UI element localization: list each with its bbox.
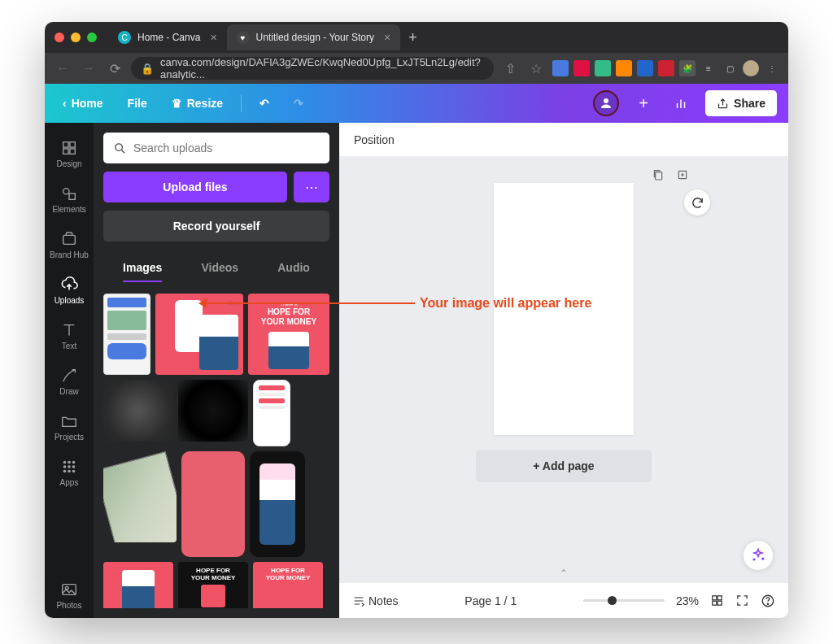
tab-images[interactable]: Images bbox=[123, 255, 162, 281]
upload-files-button[interactable]: Upload files bbox=[103, 172, 287, 202]
traffic-lights bbox=[55, 33, 97, 42]
svg-rect-5 bbox=[70, 142, 75, 147]
zoom-value[interactable]: 23% bbox=[676, 594, 699, 607]
rail-projects[interactable]: Projects bbox=[45, 404, 94, 450]
zoom-slider[interactable] bbox=[583, 599, 665, 602]
thumbnail-menu-icon[interactable]: ⋯ bbox=[229, 297, 240, 310]
upload-options-button[interactable]: ⋯ bbox=[294, 172, 329, 202]
rail-text[interactable]: Text bbox=[45, 313, 94, 359]
tab-title: Home - Canva bbox=[137, 32, 200, 43]
upload-thumbnail[interactable] bbox=[253, 380, 290, 446]
back-icon[interactable]: ← bbox=[53, 59, 72, 78]
upload-thumbnail[interactable] bbox=[103, 562, 173, 608]
upload-thumbnail[interactable] bbox=[103, 451, 177, 542]
tab-untitled-design[interactable]: ♥ Untitled design - Your Story × bbox=[227, 24, 401, 50]
extension-icon[interactable] bbox=[658, 60, 674, 76]
crown-icon: ♛ bbox=[172, 97, 182, 110]
collaborator-avatar[interactable] bbox=[593, 90, 619, 116]
lock-icon: 🔒 bbox=[141, 63, 154, 75]
search-input[interactable] bbox=[133, 141, 320, 154]
extension-icon[interactable] bbox=[595, 60, 611, 76]
add-collaborator-icon[interactable]: + bbox=[630, 90, 656, 116]
home-button[interactable]: ‹ Home bbox=[56, 92, 110, 115]
regenerate-icon[interactable] bbox=[684, 189, 710, 215]
help-icon[interactable] bbox=[761, 594, 775, 608]
rail-uploads[interactable]: Uploads bbox=[45, 268, 94, 313]
chevron-left-icon: ‹ bbox=[63, 97, 67, 110]
analytics-icon[interactable] bbox=[668, 90, 694, 116]
canva-body: Design Elements Brand Hub Uploads Text bbox=[45, 123, 788, 618]
extension-icon[interactable] bbox=[574, 60, 590, 76]
rail-label: Design bbox=[56, 159, 81, 168]
upload-thumbnail[interactable] bbox=[103, 380, 173, 442]
share-button[interactable]: Share bbox=[705, 90, 777, 116]
svg-point-15 bbox=[68, 465, 71, 468]
rail-draw[interactable]: Draw bbox=[45, 359, 94, 404]
maximize-window-icon[interactable] bbox=[87, 33, 97, 42]
file-menu[interactable]: File bbox=[121, 92, 154, 115]
thumb-text: There is bbox=[248, 302, 329, 307]
upload-thumbnail[interactable] bbox=[250, 451, 305, 557]
page-indicator[interactable]: Page 1 / 1 bbox=[464, 594, 517, 607]
reload-icon[interactable]: ⟳ bbox=[105, 59, 124, 78]
new-tab-icon[interactable]: + bbox=[408, 29, 417, 46]
upload-thumbnail[interactable]: ⋯ bbox=[155, 294, 243, 375]
undo-button[interactable]: ↶ bbox=[253, 92, 276, 115]
position-toolbar[interactable]: Position bbox=[339, 123, 788, 157]
extensions-menu-icon[interactable]: 🧩 bbox=[679, 60, 696, 76]
rail-label: Apps bbox=[60, 478, 79, 487]
browser-window: C Home - Canva × ♥ Untitled design - You… bbox=[45, 22, 788, 618]
close-tab-icon[interactable]: × bbox=[210, 31, 216, 44]
duplicate-page-icon[interactable] bbox=[650, 167, 666, 183]
svg-point-14 bbox=[63, 465, 67, 468]
extension-icon[interactable] bbox=[616, 60, 632, 76]
upload-thumbnail[interactable]: HOPE FOR YOUR MONEY bbox=[253, 562, 323, 608]
redo-button[interactable]: ↷ bbox=[287, 92, 310, 115]
svg-rect-30 bbox=[713, 596, 717, 600]
record-yourself-button[interactable]: Record yourself bbox=[103, 211, 329, 242]
extension-icon[interactable] bbox=[637, 60, 653, 76]
minimize-window-icon[interactable] bbox=[71, 33, 81, 42]
canvas-viewport[interactable]: + Add page ⌃ bbox=[339, 157, 788, 582]
side-panel-icon[interactable]: ▢ bbox=[722, 60, 738, 76]
home-label: Home bbox=[72, 97, 103, 110]
tab-videos[interactable]: Videos bbox=[201, 255, 238, 281]
upload-thumbnail[interactable] bbox=[103, 294, 150, 375]
svg-rect-10 bbox=[63, 235, 76, 244]
rail-brand-hub[interactable]: Brand Hub bbox=[45, 222, 94, 268]
rail-design[interactable]: Design bbox=[45, 131, 94, 176]
add-page-icon[interactable] bbox=[674, 167, 691, 183]
rail-label: Elements bbox=[52, 205, 86, 214]
upload-thumbnail[interactable] bbox=[181, 451, 245, 557]
thumb-text: YOUR MONEY bbox=[248, 317, 329, 327]
share-url-icon[interactable]: ⇧ bbox=[500, 59, 520, 78]
svg-rect-4 bbox=[63, 142, 68, 147]
canvas-area: Position + Add page ⌃ bbox=[339, 123, 788, 618]
upload-thumbnail[interactable]: HOPE FOR YOUR MONEY bbox=[178, 562, 248, 608]
rail-photos[interactable]: Photos bbox=[45, 572, 94, 618]
grid-view-icon[interactable] bbox=[710, 594, 724, 607]
reading-list-icon[interactable]: ≡ bbox=[700, 60, 717, 76]
magic-assistant-icon[interactable] bbox=[743, 540, 774, 571]
fullscreen-icon[interactable] bbox=[735, 594, 749, 607]
browser-menu-icon[interactable]: ⋮ bbox=[764, 60, 780, 76]
rail-apps[interactable]: Apps bbox=[45, 450, 94, 495]
resize-menu[interactable]: ♛ Resize bbox=[165, 92, 229, 115]
close-tab-icon[interactable]: × bbox=[384, 31, 390, 44]
star-icon[interactable]: ☆ bbox=[526, 59, 546, 78]
rail-elements[interactable]: Elements bbox=[45, 176, 94, 222]
extension-icon[interactable] bbox=[552, 60, 569, 76]
profile-avatar-icon[interactable] bbox=[743, 60, 759, 76]
notes-button[interactable]: Notes bbox=[352, 594, 399, 607]
search-uploads[interactable] bbox=[103, 133, 329, 163]
close-window-icon[interactable] bbox=[55, 33, 64, 42]
add-page-button[interactable]: + Add page bbox=[476, 450, 651, 482]
tab-home-canva[interactable]: C Home - Canva × bbox=[108, 24, 227, 50]
tab-audio[interactable]: Audio bbox=[277, 255, 310, 281]
expand-pages-icon[interactable]: ⌃ bbox=[560, 568, 568, 579]
forward-icon[interactable]: → bbox=[79, 59, 98, 78]
upload-thumbnail[interactable]: There is HOPE FOR YOUR MONEY bbox=[248, 294, 329, 375]
canvas-page[interactable] bbox=[494, 183, 634, 435]
upload-thumbnail[interactable] bbox=[178, 380, 248, 442]
address-bar[interactable]: 🔒 canva.com/design/DAFlA3gZWEc/KwqNed0Up… bbox=[131, 57, 494, 80]
